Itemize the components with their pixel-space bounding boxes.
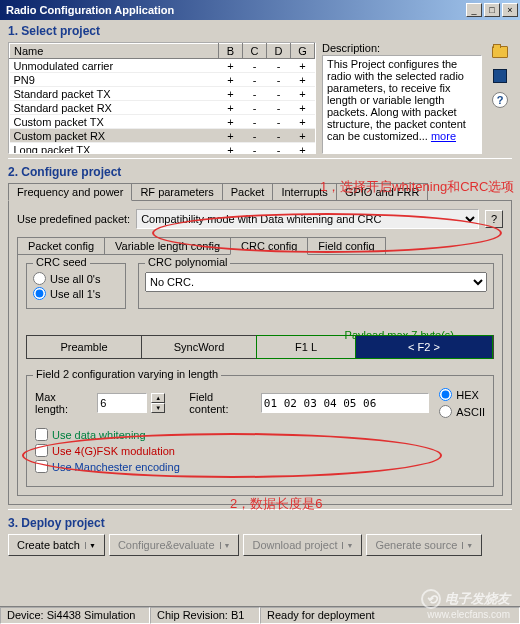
minimize-button[interactable]: _ bbox=[466, 3, 482, 17]
maximize-button[interactable]: □ bbox=[484, 3, 500, 17]
radio-hex[interactable] bbox=[439, 388, 452, 401]
divider2 bbox=[8, 509, 512, 510]
close-button[interactable]: × bbox=[502, 3, 518, 17]
section2-header: 2. Configure project bbox=[0, 161, 129, 181]
field2-legend: Field 2 configuration varying in length bbox=[33, 368, 221, 380]
tab-content: Use predefined packet: Compatibility mod… bbox=[8, 201, 512, 505]
create-batch-button[interactable]: Create batch▼ bbox=[8, 534, 105, 556]
titlebar: Radio Configuration Application _ □ × bbox=[0, 0, 520, 20]
crc-poly-group: CRC polynomial No CRC. bbox=[138, 263, 494, 309]
field2-group: Field 2 configuration varying in length … bbox=[26, 375, 494, 487]
section1-header: 1. Select project bbox=[0, 20, 520, 40]
tab-packet[interactable]: Packet bbox=[222, 183, 274, 200]
crc-poly-legend: CRC polynomial bbox=[145, 256, 230, 268]
check-4gfsk[interactable] bbox=[35, 444, 48, 457]
chevron-down-icon: ▼ bbox=[462, 542, 473, 549]
col-g[interactable]: G bbox=[291, 44, 315, 59]
chevron-down-icon: ▼ bbox=[220, 542, 231, 549]
section3-header: 3. Deploy project bbox=[0, 512, 520, 532]
maxlen-label: Max length: bbox=[35, 391, 91, 415]
radio-all-1[interactable] bbox=[33, 287, 46, 300]
sub-tabs: Packet config Variable length config CRC… bbox=[17, 237, 503, 254]
chevron-down-icon: ▼ bbox=[342, 542, 353, 549]
description-label: Description: bbox=[322, 42, 482, 54]
download-project-button[interactable]: Download project▼ bbox=[243, 534, 362, 556]
tab-interrupts[interactable]: Interrupts bbox=[272, 183, 336, 200]
subtab-packet-config[interactable]: Packet config bbox=[17, 237, 105, 254]
divider bbox=[8, 158, 512, 159]
payload-diagram: Preamble SyncWord F1 L < F2 > bbox=[26, 335, 494, 359]
table-row[interactable]: Custom packet RX+--+ bbox=[10, 129, 315, 143]
save-button[interactable] bbox=[490, 66, 510, 86]
table-row[interactable]: Custom packet TX+--+ bbox=[10, 115, 315, 129]
window-title: Radio Configuration Application bbox=[2, 4, 466, 16]
table-row[interactable]: PN9+--+ bbox=[10, 73, 315, 87]
spinner-down[interactable]: ▼ bbox=[151, 403, 165, 413]
f2-box[interactable]: < F2 > bbox=[355, 335, 493, 359]
content-label: Field content: bbox=[189, 391, 254, 415]
crc-panel: CRC seed Use all 0's Use all 1's CRC pol… bbox=[17, 254, 503, 496]
check-whitening[interactable] bbox=[35, 428, 48, 441]
description-box: This Project configures the radio with t… bbox=[322, 55, 482, 154]
maxlen-input[interactable] bbox=[97, 393, 147, 413]
status-chip: Chip Revision: B1 bbox=[150, 607, 260, 624]
folder-icon bbox=[492, 46, 508, 58]
main-tabs: Frequency and power RF parameters Packet… bbox=[8, 183, 512, 201]
table-row[interactable]: Standard packet RX+--+ bbox=[10, 101, 315, 115]
crc-seed-group: CRC seed Use all 0's Use all 1's bbox=[26, 263, 126, 309]
tab-gpio[interactable]: GPIO and FRR bbox=[336, 183, 429, 200]
help-button[interactable]: ? bbox=[490, 90, 510, 110]
more-link[interactable]: more bbox=[431, 130, 456, 142]
tab-frequency[interactable]: Frequency and power bbox=[8, 183, 132, 201]
open-button[interactable] bbox=[490, 42, 510, 62]
syncword-box[interactable]: SyncWord bbox=[142, 336, 257, 358]
table-row[interactable]: Long packet TX+--+ bbox=[10, 143, 315, 155]
col-d[interactable]: D bbox=[267, 44, 291, 59]
help-icon: ? bbox=[492, 92, 508, 108]
col-b[interactable]: B bbox=[219, 44, 243, 59]
subtab-crc[interactable]: CRC config bbox=[230, 237, 308, 255]
tab-rf[interactable]: RF parameters bbox=[131, 183, 222, 200]
check-manchester[interactable] bbox=[35, 460, 48, 473]
spinner-up[interactable]: ▲ bbox=[151, 393, 165, 403]
help-predefined-button[interactable]: ? bbox=[485, 210, 503, 228]
watermark: ⟲电子发烧友 www.elecfans.com bbox=[421, 589, 510, 620]
table-row[interactable]: Standard packet TX+--+ bbox=[10, 87, 315, 101]
table-row[interactable]: Unmodulated carrier+--+ bbox=[10, 59, 315, 73]
crc-seed-legend: CRC seed bbox=[33, 256, 90, 268]
f1l-box[interactable]: F1 L bbox=[256, 335, 356, 359]
subtab-field[interactable]: Field config bbox=[307, 237, 385, 254]
predefined-label: Use predefined packet: bbox=[17, 213, 130, 225]
radio-all-0[interactable] bbox=[33, 272, 46, 285]
chevron-down-icon: ▼ bbox=[85, 542, 96, 549]
status-device: Device: Si4438 Simulation bbox=[0, 607, 150, 624]
preamble-box[interactable]: Preamble bbox=[27, 336, 142, 358]
radio-ascii[interactable] bbox=[439, 405, 452, 418]
subtab-varlen[interactable]: Variable length config bbox=[104, 237, 231, 254]
save-icon bbox=[493, 69, 507, 83]
crc-poly-select[interactable]: No CRC. bbox=[145, 272, 487, 292]
generate-source-button[interactable]: Generate source▼ bbox=[366, 534, 482, 556]
predefined-select[interactable]: Compatibility mode with Data whitening a… bbox=[136, 209, 479, 229]
content-input[interactable] bbox=[261, 393, 429, 413]
watermark-icon: ⟲ bbox=[421, 589, 441, 609]
project-table[interactable]: Name B C D G Unmodulated carrier+--+PN9+… bbox=[8, 42, 316, 154]
configure-evaluate-button[interactable]: Configure&evaluate▼ bbox=[109, 534, 240, 556]
col-name[interactable]: Name bbox=[10, 44, 219, 59]
col-c[interactable]: C bbox=[243, 44, 267, 59]
